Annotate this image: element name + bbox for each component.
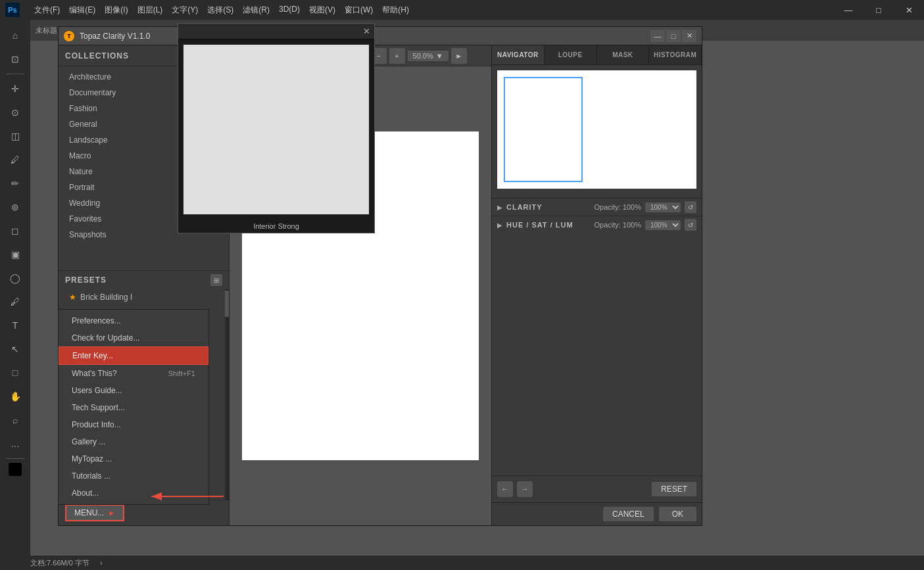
menu-item-preferences[interactable]: Preferences... <box>59 312 208 329</box>
ps-titlebar: Ps 文件(F) 编辑(E) 图像(I) 图层(L) 文字(Y) 选择(S) 滤… <box>0 0 924 20</box>
menu-help[interactable]: 帮助(H) <box>378 5 413 16</box>
path-selection-tool[interactable]: ↖ <box>5 339 26 360</box>
red-arrow-annotation <box>138 487 230 508</box>
preview-label: Interior Strong <box>178 220 374 233</box>
menu-view[interactable]: 视图(V) <box>305 5 339 16</box>
plugin-restore-button[interactable]: □ <box>666 30 681 42</box>
eyedropper-tool[interactable]: 🖊 <box>5 149 26 170</box>
menu-panel: Preferences... Check for Update... Enter… <box>58 309 209 505</box>
menu-item-check-update[interactable]: Check for Update... <box>59 329 208 346</box>
presets-header: PRESETS ⊞ <box>59 271 229 289</box>
stamp-tool[interactable]: ⊚ <box>5 197 26 218</box>
reset-button[interactable]: RESET <box>652 482 696 496</box>
menu-layer[interactable]: 图层(L) <box>134 5 167 16</box>
shape-tool[interactable]: □ <box>5 362 26 383</box>
menu-item-whats-this[interactable]: What's This? Shift+F1 <box>59 365 208 382</box>
clarity-reset-button[interactable]: ↺ <box>685 201 696 213</box>
menu-item-mytopaz[interactable]: MyTopaz ... <box>59 450 208 467</box>
ps-logo: Ps <box>5 3 20 17</box>
clarity-expand-icon[interactable]: ▶ <box>497 204 502 211</box>
plugin-icon: T <box>64 31 74 41</box>
hand-tool[interactable]: ✋ <box>5 386 26 407</box>
clarity-opacity-label: Opacity: 100% <box>594 203 641 211</box>
preview-dialog: ✕ Interior Strong <box>178 23 375 233</box>
lasso-tool[interactable]: ⊙ <box>5 102 26 123</box>
right-tabs: NAVIGATOR LOUPE MASK HISTOGRAM <box>492 45 702 65</box>
preset-item-name: Brick Building I <box>80 293 132 302</box>
zoom-tool[interactable]: ⌕ <box>5 410 26 431</box>
menu-item-tech-support[interactable]: Tech Support... <box>59 399 208 416</box>
ps-window-controls: — □ ✕ <box>833 0 924 20</box>
right-panel: NAVIGATOR LOUPE MASK HISTOGRAM ▶ CLARITY… <box>491 45 702 525</box>
menu-arrow-icon: ► <box>108 509 115 517</box>
ps-options-content: 未标题 <box>36 26 57 36</box>
menu-edit[interactable]: 编辑(E) <box>65 5 99 16</box>
plugin-minimize-button[interactable]: — <box>650 30 665 42</box>
ps-menu-bar[interactable]: 文件(F) 编辑(E) 图像(I) 图层(L) 文字(Y) 选择(S) 滤镜(R… <box>30 5 413 16</box>
foreground-color[interactable] <box>9 463 22 476</box>
menu-text[interactable]: 文字(Y) <box>168 5 202 16</box>
clarity-label: CLARITY <box>506 203 590 211</box>
tab-mask[interactable]: MASK <box>597 45 650 64</box>
hue-sat-lum-row: ▶ HUE / SAT / LUM Opacity: 100% 100% 75%… <box>492 216 702 233</box>
menu-3d[interactable]: 3D(D) <box>275 5 304 16</box>
tab-loupe[interactable]: LOUPE <box>545 45 597 64</box>
ps-status-bar: 25% 文档:7.66M/0 字节 › <box>0 556 924 570</box>
presets-title: PRESETS <box>65 275 210 285</box>
hue-sat-expand-icon[interactable]: ▶ <box>497 222 502 229</box>
zoom-dropdown-icon: ▼ <box>436 52 443 60</box>
navigator-area <box>492 65 702 198</box>
plugin-window-controls: — □ ✕ <box>650 30 696 42</box>
tab-histogram[interactable]: HISTOGRAM <box>649 45 702 64</box>
hue-sat-reset-button[interactable]: ↺ <box>685 219 696 231</box>
menu-item-product-info[interactable]: Product Info... <box>59 416 208 433</box>
gradient-tool[interactable]: ▣ <box>5 244 26 265</box>
next-image-button[interactable]: ► <box>451 48 467 64</box>
plugin-close-button[interactable]: ✕ <box>682 30 696 42</box>
menu-window[interactable]: 窗口(W) <box>341 5 377 16</box>
zoom-in-button[interactable]: + <box>389 48 405 64</box>
menu-file[interactable]: 文件(F) <box>30 5 64 16</box>
menu-item-gallery[interactable]: Gallery ... <box>59 433 208 450</box>
preset-item-brick-building[interactable]: ★ Brick Building I <box>59 289 229 305</box>
menu-item-users-guide[interactable]: Users Guide... <box>59 382 208 399</box>
move-tool[interactable]: ✛ <box>5 78 26 99</box>
brush-tool[interactable]: ✏ <box>5 173 26 194</box>
menu-select[interactable]: 选择(S) <box>203 5 237 16</box>
ps-close-button[interactable]: ✕ <box>894 0 924 20</box>
menu-item-enter-key[interactable]: Enter Key... <box>59 346 208 365</box>
hue-sat-opacity-label: Opacity: 100% <box>594 221 641 229</box>
presets-scrollbar[interactable] <box>225 289 229 500</box>
menu-image[interactable]: 图像(I) <box>101 5 132 16</box>
ok-button[interactable]: OK <box>659 507 696 521</box>
history-back-button[interactable]: ← <box>497 481 513 497</box>
menu-filter[interactable]: 滤镜(R) <box>239 5 274 16</box>
type-tool[interactable]: T <box>5 315 26 336</box>
history-forward-button[interactable]: → <box>517 481 533 497</box>
preset-star-icon: ★ <box>69 293 76 302</box>
toolbar-separator-1 <box>6 74 24 74</box>
select-frame-tool[interactable]: ⊡ <box>5 49 26 70</box>
menu-item-tutorials[interactable]: Tutorials ... <box>59 467 208 485</box>
navigator-viewport-box <box>504 77 583 182</box>
eraser-tool[interactable]: ◻ <box>5 220 26 241</box>
menu-button[interactable]: MENU... ► <box>65 504 124 521</box>
clarity-opacity-dropdown[interactable]: 100% 75% 50% 25% <box>645 202 681 212</box>
ps-maximize-button[interactable]: □ <box>863 0 894 20</box>
more-tools[interactable]: … <box>5 433 26 454</box>
clarity-adjustment-row: ▶ CLARITY Opacity: 100% 100% 75% 50% 25%… <box>492 198 702 216</box>
preview-close-button[interactable]: ✕ <box>363 26 370 36</box>
crop-tool[interactable]: ◫ <box>5 126 26 147</box>
home-tool[interactable]: ⌂ <box>5 25 26 46</box>
cancel-button[interactable]: CANCEL <box>603 507 654 521</box>
ps-minimize-button[interactable]: — <box>833 0 863 20</box>
tab-navigator[interactable]: NAVIGATOR <box>492 45 545 64</box>
dodge-tool[interactable]: ◯ <box>5 268 26 289</box>
zoom-display[interactable]: 50.0% ▼ <box>408 51 449 61</box>
pen-tool[interactable]: 🖋 <box>5 291 26 312</box>
hue-sat-opacity-dropdown[interactable]: 100% 75% 50% 25% <box>645 220 681 230</box>
toolbar-separator-2 <box>6 458 24 459</box>
plugin-titlebar: T Topaz Clarity V1.1.0 — □ ✕ <box>59 27 702 45</box>
presets-scroll-thumb <box>225 291 229 317</box>
presets-grid-toggle[interactable]: ⊞ <box>210 274 222 286</box>
